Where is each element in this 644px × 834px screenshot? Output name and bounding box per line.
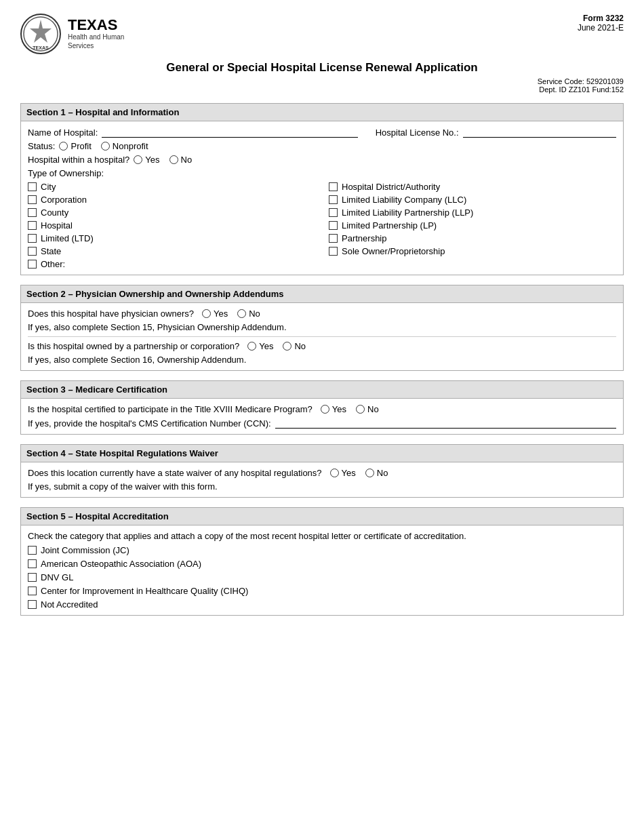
sec3-q1-text: Is the hospital certified to participate… (28, 404, 313, 414)
hospital-checkbox[interactable] (28, 221, 37, 230)
ownership-state: State (28, 246, 315, 256)
sec4-q1-no-circle[interactable] (365, 469, 374, 477)
corporation-checkbox[interactable] (28, 195, 37, 204)
sec4-q1-no-label: No (377, 468, 388, 478)
form-date: June 2021-E (578, 23, 624, 33)
llp-checkbox[interactable] (329, 208, 338, 217)
within-yes-radio[interactable]: Yes (134, 155, 159, 165)
section3: Section 3 – Medicare Certification Is th… (20, 380, 624, 435)
sec4-note: If yes, submit a copy of the waiver with… (28, 481, 218, 492)
license-field[interactable] (463, 127, 616, 138)
hospital-within-row: Hospital within a hospital? Yes No (28, 155, 616, 165)
nonprofit-radio[interactable]: Nonprofit (101, 141, 148, 151)
sole-label: Sole Owner/Proprietorship (342, 246, 445, 256)
section4: Section 4 – State Hospital Regulations W… (20, 444, 624, 498)
lp-checkbox[interactable] (329, 221, 338, 230)
sec2-q1-yes-label: Yes (214, 309, 228, 319)
page-title: General or Special Hospital License Rene… (20, 61, 624, 75)
section1-header: Section 1 – Hospital and Information (20, 103, 624, 121)
sec2-q1-radio: Yes No (202, 309, 260, 319)
sec4-q1-no[interactable]: No (365, 468, 388, 478)
sec5-checkbox-2[interactable] (28, 573, 37, 582)
form-number: Form 3232 (578, 14, 624, 23)
sec2-q2-no-circle[interactable] (283, 342, 291, 351)
sec3-q1-no-circle[interactable] (356, 405, 365, 414)
sec4-q1-yes[interactable]: Yes (330, 468, 356, 478)
profit-label: Profit (71, 141, 91, 151)
within-yes-circle[interactable] (134, 155, 142, 164)
sec3-q1-yes-circle[interactable] (321, 405, 329, 414)
llc-checkbox[interactable] (329, 195, 338, 204)
section2-header: Section 2 – Physician Ownership and Owne… (20, 285, 624, 302)
ownership-district: Hospital District/Authority (329, 182, 616, 192)
sec2-q2-note-row: If yes, also complete Section 16, Owners… (28, 355, 616, 365)
sec2-q1-yes[interactable]: Yes (202, 309, 228, 319)
sec2-q2-no-label: No (294, 341, 306, 351)
sec3-q1-yes[interactable]: Yes (321, 404, 346, 414)
ownership-col1: City Corporation County Hospital Limited… (28, 182, 315, 269)
ownership-llc: Limited Liability Company (LLC) (329, 195, 616, 205)
ownership-label: Type of Ownership: (28, 168, 104, 178)
county-checkbox[interactable] (28, 208, 37, 217)
service-info: Service Code: 529201039 Dept. ID ZZ101 F… (20, 77, 624, 94)
sole-checkbox[interactable] (329, 247, 338, 256)
section5-body: Check the category that applies and atta… (20, 525, 624, 616)
ownership-label-row: Type of Ownership: (28, 168, 616, 178)
state-checkbox[interactable] (28, 247, 37, 256)
ownership-city: City (28, 182, 315, 192)
within-no-radio[interactable]: No (169, 155, 193, 165)
name-label: Name of Hospital: (28, 127, 98, 138)
name-field[interactable] (102, 127, 357, 138)
sec5-checkbox-1[interactable] (28, 559, 37, 568)
sec2-q2-note: If yes, also complete Section 16, Owners… (28, 355, 246, 365)
service-code: Service Code: 529201039 (20, 77, 624, 85)
ownership-llp: Limited Liability Partnership (LLP) (329, 207, 616, 218)
district-checkbox[interactable] (329, 182, 338, 191)
hospital-within-label: Hospital within a hospital? (28, 155, 129, 165)
sec5-checkbox-0[interactable] (28, 546, 37, 555)
ownership-hospital: Hospital (28, 220, 315, 231)
form-number-area: Form 3232 June 2021-E (578, 14, 624, 33)
sec3-q1-no[interactable]: No (356, 404, 379, 414)
section4-header: Section 4 – State Hospital Regulations W… (20, 444, 624, 462)
sec5-checkbox-3[interactable] (28, 587, 37, 595)
sec3-ccn-field[interactable] (275, 418, 616, 429)
lp-label: Limited Partnership (LP) (342, 220, 437, 231)
section5-header: Section 5 – Hospital Accreditation (20, 507, 624, 525)
profit-radio[interactable]: Profit (59, 141, 91, 151)
sec2-q2-yes[interactable]: Yes (247, 341, 273, 351)
nonprofit-radio-circle[interactable] (101, 142, 110, 151)
profit-radio-circle[interactable] (59, 142, 68, 151)
section4-body: Does this location currently have a stat… (20, 462, 624, 498)
section3-header: Section 3 – Medicare Certification (20, 380, 624, 398)
limited-ltd-checkbox[interactable] (28, 234, 37, 243)
city-checkbox[interactable] (28, 182, 37, 191)
sec3-q1-row: Is the hospital certified to participate… (28, 404, 616, 414)
ownership-grid: City Corporation County Hospital Limited… (28, 182, 616, 269)
sec2-q1-yes-circle[interactable] (202, 309, 211, 318)
sec5-item-4: Not Accredited (28, 599, 616, 610)
other-checkbox[interactable] (28, 260, 37, 269)
sec2-q2-no[interactable]: No (283, 341, 306, 351)
llc-label: Limited Liability Company (LLC) (342, 195, 466, 205)
sec2-q2-yes-circle[interactable] (247, 342, 256, 351)
sec5-items: Joint Commission (JC)American Osteopathi… (28, 545, 616, 610)
svg-text:TEXAS: TEXAS (33, 45, 49, 50)
state-label: State (41, 246, 61, 256)
ownership-county: County (28, 207, 315, 218)
sec5-item-2: DNV GL (28, 572, 616, 582)
hospital-within-radio-group: Yes No (134, 155, 192, 165)
section1: Section 1 – Hospital and Information Nam… (20, 103, 624, 275)
sec2-q1-no-circle[interactable] (237, 309, 246, 318)
sec2-q1-text: Does this hospital have physician owners… (28, 309, 194, 319)
sec2-q1-no[interactable]: No (237, 309, 260, 319)
sec5-checkbox-4[interactable] (28, 600, 37, 609)
sec4-q1-yes-circle[interactable] (330, 469, 339, 477)
within-no-circle[interactable] (169, 155, 178, 164)
partnership-label: Partnership (342, 233, 386, 243)
llp-label: Limited Liability Partnership (LLP) (342, 207, 473, 218)
status-radio-group: Profit Nonprofit (59, 141, 148, 151)
partnership-checkbox[interactable] (329, 234, 338, 243)
nonprofit-label: Nonprofit (113, 141, 148, 151)
hospital-label: Hospital (41, 220, 73, 231)
